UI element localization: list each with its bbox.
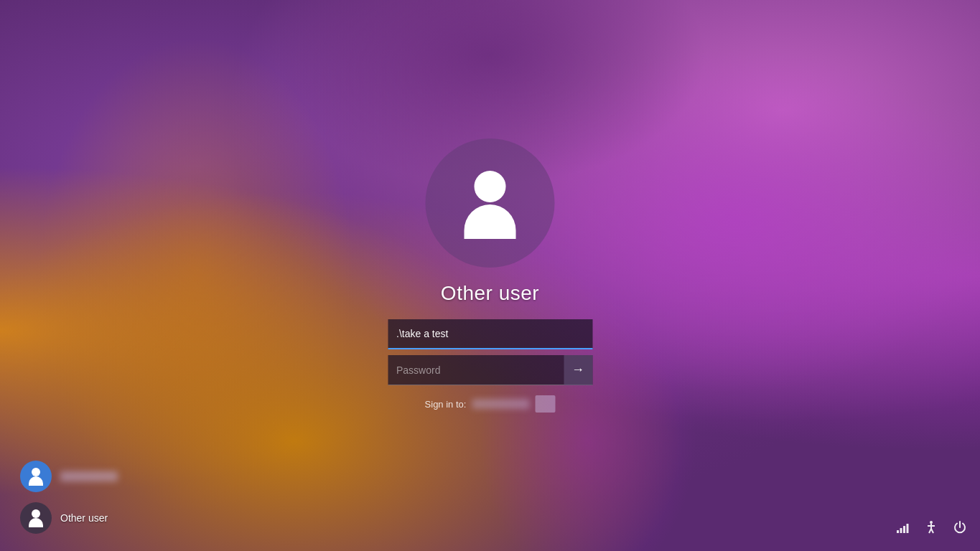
other-user-name-label: Other user [60,512,108,524]
current-user-avatar [20,461,52,492]
domain-square [535,395,555,413]
password-container: → [388,355,592,385]
system-icons-bar [895,520,967,538]
username-input[interactable] [388,319,592,349]
domain-blurred [472,399,529,409]
sign-in-button[interactable]: → [564,355,592,385]
username-label: Other user [441,282,539,305]
other-user-avatar [20,502,52,534]
sign-in-to-label: Sign in to: [425,399,467,410]
arrow-icon: → [571,362,584,377]
svg-rect-0 [897,530,899,533]
user-item-current[interactable] [14,458,123,495]
login-panel: Other user → Sign in to: [388,138,592,413]
network-icon[interactable] [895,520,910,538]
sign-in-to-row: Sign in to: [425,395,556,413]
current-user-name-blurred [60,471,118,481]
other-avatar-body [29,518,43,527]
password-input[interactable] [388,355,564,385]
current-avatar-head [32,468,40,476]
other-user-icon [27,509,45,527]
power-icon[interactable] [953,520,967,538]
svg-line-8 [931,529,933,533]
current-user-icon [27,467,45,486]
svg-rect-3 [907,524,909,533]
user-list: Other user [14,458,123,537]
user-avatar-icon [454,167,526,239]
svg-rect-2 [903,526,905,533]
current-avatar-body [29,476,43,486]
user-avatar-bg [426,138,555,268]
avatar-body [465,204,516,239]
svg-rect-1 [900,528,902,533]
avatar-head [475,171,506,202]
user-item-other[interactable]: Other user [14,499,123,537]
svg-point-4 [930,521,933,524]
accessibility-icon[interactable] [924,520,938,538]
other-avatar-head [32,509,40,518]
